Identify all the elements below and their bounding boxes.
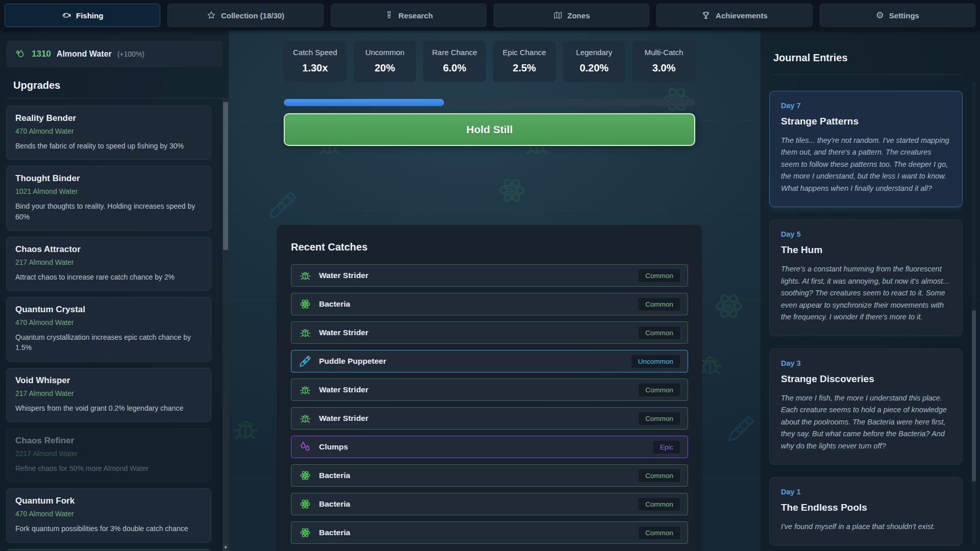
upgrade-card[interactable]: Reality Bender 470 Almond Water Bends th… bbox=[6, 106, 211, 160]
rarity-badge: Common bbox=[639, 269, 680, 282]
recent-catches-title: Recent Catches bbox=[291, 241, 688, 253]
tab-zones[interactable]: Zones bbox=[494, 4, 649, 27]
upgrade-description: Bends the fabric of reality to speed up … bbox=[15, 141, 202, 151]
upgrade-name: Void Whisper bbox=[15, 375, 70, 386]
upgrades-sidebar: 1310 Almond Water (+100%) Upgrades Reali… bbox=[0, 31, 229, 551]
stat-box: Catch Speed 1.30x bbox=[284, 41, 347, 82]
stat-label: Epic Chance bbox=[495, 48, 554, 57]
catch-row: Water Strider Common bbox=[291, 379, 688, 401]
upgrade-description: Refine chaos for 50% more Almond Water bbox=[15, 463, 202, 473]
catch-name: Bacteria bbox=[319, 471, 350, 480]
upgrade-cost: 470 Almond Water bbox=[15, 127, 202, 135]
catch-row: Water Strider Common bbox=[291, 407, 688, 430]
upgrade-name: Thought Binder bbox=[15, 173, 80, 184]
journal-entry-title: Strange Discoveries bbox=[781, 373, 951, 385]
journal-entry-card: Day 1 The Endless Pools I've found mysel… bbox=[769, 477, 963, 545]
fish-icon bbox=[62, 11, 71, 20]
stat-value: 1.30x bbox=[286, 62, 345, 74]
catch-icon bbox=[299, 527, 311, 539]
catch-icon bbox=[299, 269, 311, 282]
journal-scrollbar-thumb[interactable] bbox=[972, 310, 976, 482]
journal-entry-title: The Endless Pools bbox=[781, 502, 951, 513]
journal-entry-day: Day 1 bbox=[781, 488, 951, 496]
test-tube-icon bbox=[384, 11, 394, 20]
journal-heading: Journal Entries bbox=[773, 52, 848, 64]
stat-value: 6.0% bbox=[425, 62, 484, 74]
stat-value: 0.20% bbox=[565, 62, 624, 74]
tab-settings[interactable]: ⚙ Settings bbox=[820, 4, 975, 27]
rarity-badge: Epic bbox=[653, 441, 680, 454]
journal-entry-text: There's a constant humming from the fluo… bbox=[781, 263, 951, 323]
sidebar-scrollbar[interactable]: ▼ bbox=[223, 98, 229, 551]
catch-icon bbox=[299, 441, 311, 453]
hold-still-button[interactable]: Hold Still bbox=[284, 113, 695, 146]
bug-icon bbox=[299, 412, 311, 424]
journal-panel: Journal Entries Day 7 Strange Patterns T… bbox=[761, 31, 980, 551]
tab-label: Zones bbox=[568, 11, 590, 20]
tab-achievements[interactable]: Achievements bbox=[656, 4, 812, 27]
rarity-badge: Common bbox=[639, 469, 680, 482]
stat-value: 20% bbox=[356, 62, 414, 74]
stats-row: Catch Speed 1.30x Uncommon 20% Rare Chan… bbox=[284, 41, 695, 82]
stat-value: 2.5% bbox=[495, 62, 554, 74]
tab-fishing[interactable]: Fishing bbox=[5, 4, 160, 27]
tab-research[interactable]: Research bbox=[331, 4, 486, 27]
upgrade-cost: 217 Almond Water bbox=[15, 258, 202, 266]
catch-icon bbox=[299, 469, 311, 482]
stat-box: Rare Chance 6.0% bbox=[423, 41, 486, 82]
app-background: 1310 Almond Water (+100%) Upgrades Reali… bbox=[0, 31, 980, 551]
tab-collection[interactable]: Collection (18/30) bbox=[167, 4, 323, 27]
sidebar-scrollbar-thumb[interactable] bbox=[223, 102, 228, 250]
journal-entry-text: I've found myself in a place that should… bbox=[781, 521, 951, 533]
rarity-badge: Common bbox=[639, 327, 680, 339]
catch-icon bbox=[299, 355, 311, 367]
upgrade-cost: 470 Almond Water bbox=[15, 510, 202, 518]
catch-icon bbox=[299, 327, 311, 339]
journal-entry-card: Day 7 Strange Patterns The tiles... they… bbox=[769, 91, 963, 207]
atom-icon bbox=[299, 298, 311, 310]
upgrade-card[interactable]: Poolrooms Rod Purchased 100 Almond Water bbox=[6, 549, 211, 551]
droplets-icon bbox=[299, 441, 311, 453]
upgrade-description: Attract chaos to increase rare catch cha… bbox=[15, 272, 202, 282]
catch-row: Clumps Epic bbox=[291, 436, 688, 458]
stat-box: Uncommon 20% bbox=[354, 41, 416, 82]
bug-icon bbox=[299, 269, 311, 282]
stat-label: Multi-Catch bbox=[634, 48, 693, 57]
gear-icon: ⚙ bbox=[876, 11, 884, 20]
upgrade-card[interactable]: Chaos Attractor 217 Almond Water Attract… bbox=[6, 237, 211, 291]
catch-name: Bacteria bbox=[319, 299, 350, 309]
atom-icon bbox=[299, 498, 311, 510]
rarity-badge: Common bbox=[639, 384, 680, 396]
catch-name: Bacteria bbox=[319, 499, 350, 509]
catch-name: Water Strider bbox=[319, 385, 369, 394]
journal-entries-list: Day 7 Strange Patterns The tiles... they… bbox=[769, 91, 963, 551]
upgrade-description: Quantum crystallization increases epic c… bbox=[15, 332, 202, 353]
catch-row: Bacteria Common bbox=[291, 521, 688, 544]
upgrade-card[interactable]: Quantum Fork 470 Almond Water Fork quant… bbox=[6, 488, 211, 542]
stat-label: Uncommon bbox=[356, 48, 414, 57]
upgrade-card[interactable]: Thought Binder 1021 Almond Water Bind yo… bbox=[6, 166, 211, 231]
fishing-main: Catch Speed 1.30x Uncommon 20% Rare Chan… bbox=[229, 31, 761, 551]
sidebar-scrollbar-down-arrow[interactable]: ▼ bbox=[223, 543, 229, 551]
upgrade-name: Chaos Refiner bbox=[15, 436, 74, 446]
upgrade-card[interactable]: Quantum Crystal 470 Almond Water Quantum… bbox=[6, 297, 211, 362]
catch-icon bbox=[299, 298, 311, 310]
progress-fill bbox=[284, 99, 444, 106]
stat-label: Legendary bbox=[565, 48, 624, 57]
catch-name: Clumps bbox=[319, 442, 348, 452]
journal-entry-text: The tiles... they're not random. I've st… bbox=[781, 135, 951, 194]
star-icon bbox=[207, 11, 216, 20]
upgrade-card[interactable]: Chaos Refiner 2217 Almond Water Refine c… bbox=[6, 428, 211, 482]
journal-entry-day: Day 7 bbox=[781, 102, 951, 110]
tab-label: Achievements bbox=[716, 11, 768, 20]
upgrade-name: Reality Bender bbox=[15, 113, 76, 123]
stat-box: Multi-Catch 3.0% bbox=[632, 41, 695, 82]
rarity-badge: Common bbox=[639, 527, 680, 539]
upgrade-name: Quantum Crystal bbox=[15, 305, 85, 315]
map-icon bbox=[553, 11, 562, 20]
catch-row: Bacteria Common bbox=[291, 293, 688, 315]
journal-entry-card: Day 3 Strange Discoveries The more I fis… bbox=[769, 348, 963, 465]
upgrade-card[interactable]: Void Whisper 217 Almond Water Whispers f… bbox=[6, 368, 211, 422]
catch-list: Water Strider Common Bacteria Common Wat… bbox=[291, 264, 688, 544]
upgrade-cost: 217 Almond Water bbox=[15, 389, 202, 397]
